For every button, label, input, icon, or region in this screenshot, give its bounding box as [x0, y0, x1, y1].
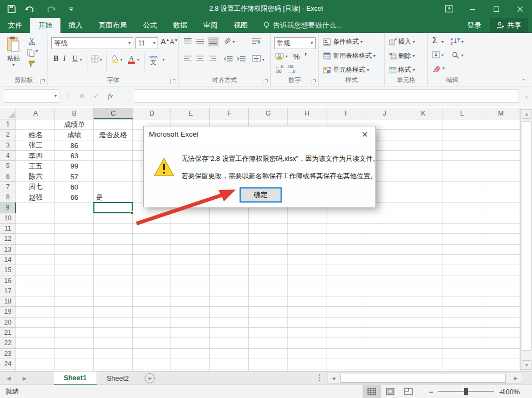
- insert-cells-button[interactable]: 插入▾: [389, 37, 415, 46]
- grow-font-icon[interactable]: A▲: [161, 37, 169, 46]
- row-header-17[interactable]: 17: [0, 286, 16, 296]
- formula-bar-expand-icon[interactable]: ⌄: [524, 93, 529, 99]
- row-header-12[interactable]: 12: [0, 234, 16, 244]
- fill-button[interactable]: [432, 51, 440, 60]
- cell-B2[interactable]: 成绩: [55, 130, 94, 140]
- merge-dropdown-icon[interactable]: ▾: [262, 58, 264, 62]
- new-sheet-button[interactable]: +: [145, 373, 155, 383]
- cell-styles-button[interactable]: 单元格样式▾: [323, 65, 369, 75]
- fill-handle[interactable]: [131, 211, 134, 214]
- sort-filter-button[interactable]: AZ: [451, 37, 460, 46]
- cell-B5[interactable]: 99: [55, 161, 94, 171]
- wrap-text-button[interactable]: [252, 37, 261, 46]
- clipboard-dialog-launcher[interactable]: [40, 79, 45, 84]
- paste-button[interactable]: 粘贴 ▾: [3, 36, 24, 68]
- tell-me-box[interactable]: 告诉我您想要做什么...: [263, 18, 342, 33]
- scroll-up-icon[interactable]: ▲: [522, 109, 531, 119]
- accounting-dropdown-icon[interactable]: ▾: [285, 55, 288, 59]
- row-header-9[interactable]: 9: [0, 203, 16, 213]
- align-left-icon[interactable]: [184, 56, 192, 64]
- tab-插入[interactable]: 插入: [60, 18, 91, 33]
- accounting-format-icon[interactable]: [275, 52, 284, 62]
- borders-dropdown-icon[interactable]: ▾: [100, 58, 102, 62]
- column-headers[interactable]: ABCDEFGHIJKLM: [16, 108, 520, 119]
- shrink-font-icon[interactable]: A▼: [170, 38, 178, 46]
- cell-A4[interactable]: 李四: [16, 151, 55, 161]
- conditional-formatting-button[interactable]: 条件格式▾: [323, 37, 363, 46]
- column-header-A[interactable]: A: [16, 108, 55, 119]
- align-right-icon[interactable]: [209, 56, 216, 64]
- vertical-scrollbar[interactable]: ▲ ▼: [520, 108, 532, 371]
- vertical-scrollbar-thumb[interactable]: [522, 121, 531, 350]
- merge-center-button[interactable]: [252, 55, 261, 64]
- page-layout-view-button[interactable]: [381, 385, 399, 398]
- selected-cell-C9[interactable]: [93, 202, 133, 213]
- row-header-15[interactable]: 15: [0, 265, 16, 275]
- scroll-left-icon[interactable]: ◀: [328, 374, 339, 383]
- column-header-B[interactable]: B: [55, 108, 94, 119]
- row-header-21[interactable]: 21: [0, 328, 16, 338]
- scroll-right-icon[interactable]: ▶: [510, 374, 521, 383]
- cell-B8[interactable]: 66: [55, 192, 94, 203]
- column-header-H[interactable]: H: [288, 108, 326, 119]
- cell-C8[interactable]: 是: [94, 192, 133, 203]
- share-button[interactable]: 共享: [490, 18, 528, 33]
- row-header-23[interactable]: 23: [0, 349, 16, 359]
- insert-function-icon[interactable]: fx: [108, 92, 113, 100]
- tab-数据[interactable]: 数据: [165, 18, 195, 33]
- cell-B1[interactable]: 成绩单: [55, 119, 94, 130]
- format-as-table-button[interactable]: 套用表格格式▾: [323, 51, 376, 60]
- name-box-dropdown-icon[interactable]: ▾: [54, 94, 57, 98]
- cancel-icon[interactable]: ✕: [79, 92, 85, 100]
- row-header-14[interactable]: 14: [0, 255, 16, 265]
- column-header-K[interactable]: K: [404, 108, 443, 119]
- cell-C2[interactable]: 是否及格: [94, 130, 133, 140]
- orientation-dropdown-icon[interactable]: ▾: [233, 40, 235, 44]
- zoom-slider[interactable]: [438, 391, 494, 392]
- column-header-I[interactable]: I: [326, 108, 365, 119]
- sheet-tab-sheet1[interactable]: Sheet1: [54, 372, 97, 385]
- tab-开始[interactable]: 开始: [30, 18, 60, 33]
- row-header-18[interactable]: 18: [0, 296, 16, 307]
- cell-B3[interactable]: 86: [55, 140, 94, 151]
- page-break-view-button[interactable]: [399, 385, 418, 398]
- horizontal-scrollbar-thumb[interactable]: [340, 374, 506, 383]
- sheet-nav-left-icon[interactable]: ◀: [6, 375, 11, 381]
- column-header-C[interactable]: C: [94, 108, 133, 119]
- sort-dropdown-icon[interactable]: ▾: [461, 40, 463, 44]
- enter-icon[interactable]: ✓: [93, 92, 99, 100]
- horizontal-scrollbar[interactable]: ◀ ▶: [327, 373, 522, 384]
- underline-button[interactable]: U: [72, 55, 78, 63]
- formula-input[interactable]: [134, 89, 519, 103]
- increase-indent-icon[interactable]: [237, 56, 245, 64]
- clear-dropdown-icon[interactable]: ▾: [442, 66, 445, 71]
- row-header-3[interactable]: 3: [0, 140, 16, 151]
- row-headers[interactable]: 123456789101112131415161718192021222324: [0, 119, 16, 371]
- format-painter-button[interactable]: [28, 60, 36, 69]
- borders-button[interactable]: [91, 55, 99, 64]
- name-box[interactable]: ▾: [4, 89, 59, 103]
- align-bottom-icon[interactable]: [208, 37, 219, 46]
- row-header-2[interactable]: 2: [0, 130, 16, 140]
- tab-scrollbar-splitter[interactable]: •••: [317, 374, 322, 382]
- phonetic-dropdown-icon[interactable]: ▾: [162, 58, 165, 62]
- font-color-button[interactable]: A: [128, 54, 135, 64]
- find-select-button[interactable]: [452, 51, 459, 60]
- cell-B4[interactable]: 63: [55, 151, 94, 161]
- row-header-16[interactable]: 16: [0, 276, 16, 286]
- fill-color-dropdown-icon[interactable]: ▾: [120, 58, 122, 62]
- orientation-button[interactable]: ab: [223, 36, 232, 45]
- tab-审阅[interactable]: 审阅: [195, 18, 226, 33]
- number-dialog-launcher[interactable]: [311, 79, 316, 84]
- row-header-8[interactable]: 8: [0, 192, 16, 203]
- row-header-10[interactable]: 10: [0, 213, 16, 224]
- autosum-dropdown-icon[interactable]: ▾: [441, 40, 444, 44]
- row-header-20[interactable]: 20: [0, 318, 16, 328]
- row-header-1[interactable]: 1: [0, 119, 16, 130]
- font-name-combo[interactable]: 等线▾: [51, 37, 133, 49]
- font-dialog-launcher[interactable]: [170, 79, 176, 84]
- column-header-L[interactable]: L: [442, 108, 481, 119]
- increase-decimal-icon[interactable]: ←.0.00: [275, 64, 284, 75]
- tab-视图[interactable]: 视图: [226, 18, 256, 33]
- clear-button[interactable]: [432, 65, 441, 73]
